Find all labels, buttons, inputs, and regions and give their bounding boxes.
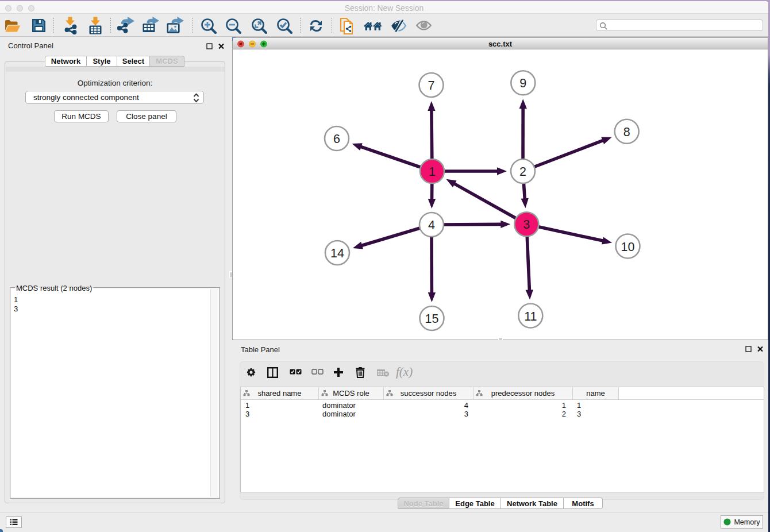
svg-text:10: 10 — [621, 240, 635, 254]
svg-text:3: 3 — [523, 218, 530, 232]
svg-text:11: 11 — [524, 310, 537, 323]
svg-text:9: 9 — [519, 76, 526, 90]
svg-text:2: 2 — [519, 165, 526, 179]
svg-text:6: 6 — [333, 132, 340, 146]
svg-text:15: 15 — [425, 312, 439, 326]
svg-text:7: 7 — [428, 79, 435, 92]
svg-text:4: 4 — [428, 218, 435, 232]
svg-text:1: 1 — [429, 165, 436, 179]
svg-text:8: 8 — [623, 125, 630, 139]
svg-text:14: 14 — [330, 246, 344, 260]
